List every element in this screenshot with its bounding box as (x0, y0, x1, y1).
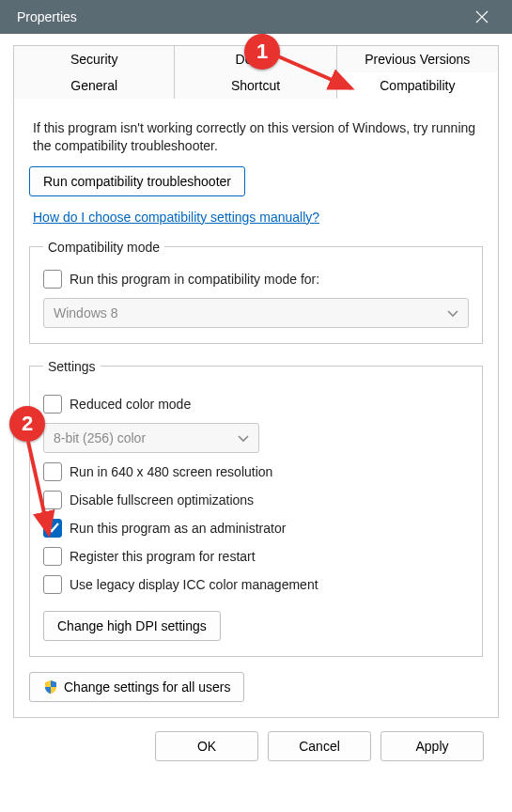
tab-details[interactable]: Details (175, 45, 336, 72)
tab-previous-versions[interactable]: Previous Versions (337, 45, 499, 72)
run-troubleshooter-label: Run compatibility troubleshooter (43, 174, 231, 189)
tab-content: If this program isn't working correctly … (13, 99, 499, 718)
color-depth-value: 8-bit (256) color (54, 430, 146, 445)
compat-mode-checkbox[interactable] (43, 270, 62, 289)
cancel-label: Cancel (299, 739, 340, 754)
shield-icon (43, 679, 58, 695)
cancel-button[interactable]: Cancel (268, 731, 371, 761)
compat-mode-select[interactable]: Windows 8 (43, 298, 469, 328)
reduced-color-checkbox[interactable] (43, 395, 62, 414)
compat-mode-legend: Compatibility mode (43, 240, 164, 255)
tab-security[interactable]: Security (13, 45, 175, 72)
tab-shortcut[interactable]: Shortcut (175, 72, 336, 99)
ok-label: OK (197, 739, 216, 754)
tab-compatibility[interactable]: Compatibility (337, 72, 499, 99)
run-as-admin-checkbox[interactable] (43, 519, 62, 538)
res-640-checkbox[interactable] (43, 462, 62, 481)
apply-label: Apply (415, 739, 448, 754)
run-troubleshooter-button[interactable]: Run compatibility troubleshooter (29, 166, 245, 196)
change-all-users-button[interactable]: Change settings for all users (29, 672, 244, 702)
disable-fullscreen-checkbox[interactable] (43, 491, 62, 509)
reduced-color-label: Reduced color mode (70, 397, 191, 412)
register-restart-label: Register this program for restart (70, 549, 256, 564)
disable-fullscreen-label: Disable fullscreen optimizations (70, 492, 254, 508)
close-button[interactable] (463, 0, 501, 34)
change-dpi-label: Change high DPI settings (57, 618, 207, 633)
tabs-row-1: Security Details Previous Versions (13, 45, 499, 72)
chevron-down-icon (447, 305, 458, 320)
compatibility-mode-group: Compatibility mode Run this program in c… (29, 240, 483, 344)
color-depth-select[interactable]: 8-bit (256) color (43, 423, 259, 453)
chevron-down-icon (238, 430, 249, 445)
legacy-icc-checkbox[interactable] (43, 575, 62, 594)
compat-mode-select-value: Windows 8 (54, 305, 117, 320)
window-title: Properties (17, 9, 77, 24)
change-dpi-button[interactable]: Change high DPI settings (43, 611, 221, 641)
manual-settings-link[interactable]: How do I choose compatibility settings m… (33, 210, 319, 225)
apply-button[interactable]: Apply (380, 731, 484, 761)
run-as-admin-label: Run this program as an administrator (70, 521, 286, 536)
dialog-buttons: OK Cancel Apply (13, 718, 499, 778)
settings-group: Settings Reduced color mode 8-bit (256) … (29, 359, 483, 657)
compat-mode-label: Run this program in compatibility mode f… (70, 272, 319, 287)
ok-button[interactable]: OK (155, 731, 258, 761)
register-restart-checkbox[interactable] (43, 547, 62, 566)
res-640-label: Run in 640 x 480 screen resolution (70, 464, 272, 479)
titlebar: Properties (0, 0, 512, 34)
intro-text: If this program isn't working correctly … (33, 119, 479, 155)
settings-legend: Settings (43, 359, 101, 374)
change-all-users-label: Change settings for all users (64, 679, 230, 695)
legacy-icc-label: Use legacy display ICC color management (70, 577, 318, 592)
tabs-row-2: General Shortcut Compatibility (13, 72, 499, 99)
tab-general[interactable]: General (13, 72, 175, 99)
